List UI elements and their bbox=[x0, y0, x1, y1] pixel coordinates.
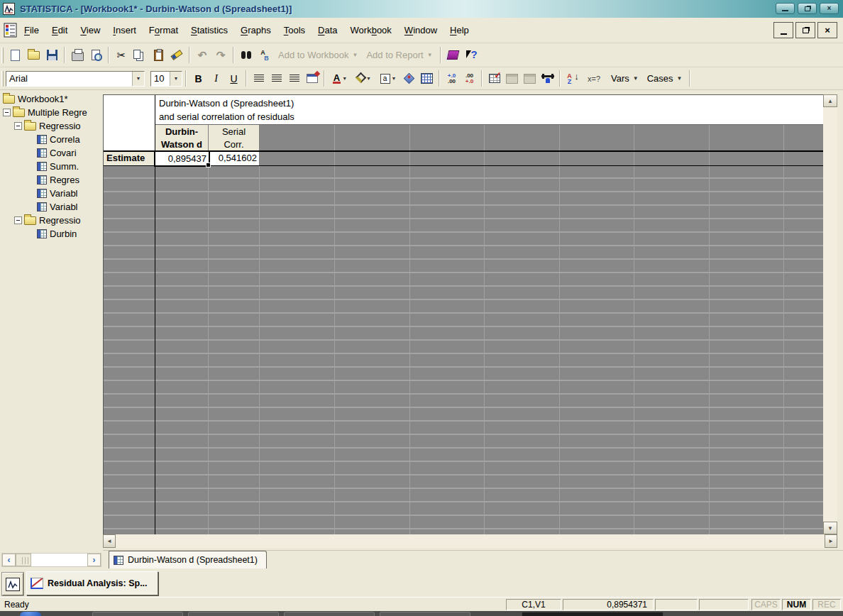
empty-cell[interactable] bbox=[634, 287, 710, 299]
empty-cell[interactable] bbox=[410, 502, 485, 515]
empty-cell[interactable] bbox=[410, 327, 485, 339]
empty-cell[interactable] bbox=[104, 179, 155, 191]
empty-cell[interactable] bbox=[710, 489, 784, 501]
tab-durbin-watson[interactable]: Durbin-Watson d (Spreadsheet1) bbox=[109, 551, 267, 568]
empty-cell[interactable] bbox=[560, 422, 634, 434]
empty-cell[interactable] bbox=[410, 489, 485, 501]
empty-cell[interactable] bbox=[485, 273, 560, 285]
empty-cell[interactable] bbox=[485, 354, 560, 366]
empty-cell[interactable] bbox=[260, 287, 335, 299]
empty-cell[interactable] bbox=[410, 408, 485, 420]
empty-cell[interactable] bbox=[104, 246, 155, 258]
close-button[interactable]: × bbox=[820, 3, 839, 14]
empty-cell[interactable] bbox=[560, 475, 634, 488]
empty-cell[interactable] bbox=[485, 381, 560, 393]
empty-cell[interactable] bbox=[634, 354, 710, 366]
empty-cell[interactable] bbox=[155, 462, 209, 474]
empty-cell[interactable] bbox=[410, 233, 485, 245]
empty-cell[interactable] bbox=[410, 260, 485, 272]
format-cells-icon[interactable] bbox=[303, 70, 321, 87]
italic-button[interactable]: I bbox=[207, 70, 225, 87]
empty-cell[interactable] bbox=[485, 206, 560, 218]
empty-cell[interactable] bbox=[335, 381, 410, 393]
empty-cell[interactable] bbox=[634, 449, 710, 461]
empty-cell[interactable] bbox=[155, 246, 209, 258]
empty-cell[interactable] bbox=[209, 206, 260, 218]
empty-cell[interactable] bbox=[155, 206, 209, 218]
empty-cell[interactable] bbox=[784, 408, 823, 420]
empty-cell[interactable] bbox=[560, 502, 634, 515]
empty-cell[interactable] bbox=[560, 233, 634, 245]
tree-collapse-icon[interactable] bbox=[14, 216, 22, 224]
empty-cell[interactable] bbox=[104, 206, 155, 218]
empty-column-header[interactable] bbox=[634, 125, 710, 152]
tree-collapse-icon[interactable] bbox=[3, 109, 11, 116]
empty-cell[interactable] bbox=[710, 300, 784, 312]
empty-column-header[interactable] bbox=[560, 125, 634, 152]
empty-cell[interactable] bbox=[560, 246, 634, 258]
residual-analysis-taskbar-button[interactable]: Residual Analysis: Sp... bbox=[26, 571, 158, 595]
empty-cell[interactable] bbox=[209, 273, 260, 285]
empty-cell[interactable] bbox=[710, 516, 784, 528]
empty-cell[interactable] bbox=[560, 368, 634, 380]
delete-cells-icon[interactable] bbox=[521, 70, 539, 87]
empty-cell[interactable] bbox=[335, 502, 410, 515]
empty-cell[interactable] bbox=[634, 475, 710, 488]
add-to-workbook-button[interactable]: Add to Workbook▼ bbox=[274, 46, 362, 64]
empty-cell[interactable] bbox=[710, 287, 784, 299]
empty-cell[interactable] bbox=[209, 327, 260, 339]
new-icon[interactable] bbox=[6, 46, 24, 64]
empty-cell[interactable] bbox=[560, 165, 634, 177]
child-close-button[interactable]: × bbox=[817, 22, 837, 38]
tree-item-variabl[interactable]: Variabl bbox=[0, 200, 103, 214]
empty-cell[interactable] bbox=[104, 435, 155, 447]
empty-cell[interactable] bbox=[104, 287, 155, 299]
empty-cell[interactable] bbox=[634, 341, 710, 353]
empty-cell[interactable] bbox=[710, 435, 784, 447]
underline-button[interactable]: U bbox=[225, 70, 243, 87]
empty-cell[interactable] bbox=[410, 287, 485, 299]
empty-cell[interactable] bbox=[104, 341, 155, 353]
empty-cell[interactable] bbox=[560, 381, 634, 393]
empty-cell[interactable] bbox=[784, 395, 823, 407]
empty-cell[interactable] bbox=[634, 314, 710, 326]
empty-cell[interactable] bbox=[485, 449, 560, 461]
empty-cell[interactable] bbox=[560, 314, 634, 326]
empty-column-header[interactable] bbox=[710, 125, 784, 152]
empty-cell[interactable] bbox=[634, 206, 710, 218]
empty-cell[interactable] bbox=[710, 381, 784, 393]
empty-cell[interactable] bbox=[335, 408, 410, 420]
empty-cell[interactable] bbox=[784, 475, 823, 488]
empty-cell[interactable] bbox=[784, 179, 823, 191]
font-select[interactable]: Arial▼ bbox=[6, 71, 145, 87]
empty-cell[interactable] bbox=[410, 354, 485, 366]
empty-cell[interactable] bbox=[634, 368, 710, 380]
empty-cell[interactable] bbox=[155, 233, 209, 245]
empty-cell[interactable] bbox=[560, 449, 634, 461]
empty-cell[interactable] bbox=[710, 422, 784, 434]
empty-cell[interactable] bbox=[209, 462, 260, 474]
empty-cell[interactable] bbox=[260, 246, 335, 258]
column-header-serial-corr[interactable]: SerialCorr. bbox=[209, 125, 260, 152]
empty-cell[interactable] bbox=[784, 206, 823, 218]
font-size-select[interactable]: 10▼ bbox=[150, 71, 182, 87]
empty-cell[interactable] bbox=[155, 408, 209, 420]
empty-cell[interactable] bbox=[710, 219, 784, 231]
empty-cell[interactable] bbox=[155, 287, 209, 299]
empty-cell[interactable] bbox=[560, 408, 634, 420]
empty-cell[interactable] bbox=[335, 475, 410, 488]
empty-cell[interactable] bbox=[634, 502, 710, 515]
increase-decimals-icon[interactable]: +.0.00 bbox=[443, 70, 461, 87]
empty-cell[interactable] bbox=[634, 219, 710, 231]
empty-column-header[interactable] bbox=[485, 125, 560, 152]
empty-column-header[interactable] bbox=[410, 125, 485, 152]
empty-cell[interactable] bbox=[784, 327, 823, 339]
empty-cell[interactable] bbox=[560, 219, 634, 231]
menu-edit[interactable]: Edit bbox=[45, 22, 74, 38]
empty-cell[interactable] bbox=[155, 273, 209, 285]
variable-specs-button[interactable]: x=? bbox=[581, 70, 607, 87]
empty-cell[interactable] bbox=[104, 273, 155, 285]
empty-cell[interactable] bbox=[485, 341, 560, 353]
empty-cell[interactable] bbox=[485, 246, 560, 258]
empty-cell[interactable] bbox=[155, 516, 209, 528]
